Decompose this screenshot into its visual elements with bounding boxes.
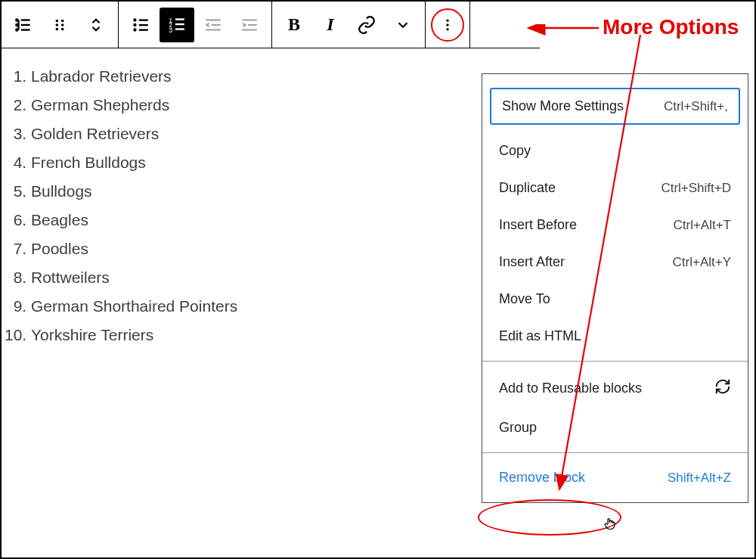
toolbar-group-more [426,2,470,48]
svg-point-10 [61,23,64,26]
menu-item-label: Copy [499,143,531,159]
svg-point-32 [446,23,448,26]
link-button[interactable] [349,8,384,42]
menu-item-group[interactable]: Group [482,409,748,446]
svg-rect-18 [139,29,148,30]
svg-rect-14 [139,19,148,20]
block-toolbar: 1 2 3 B I [2,2,540,48]
list-item[interactable]: French Bulldogs [31,148,237,177]
list-item[interactable]: Labrador Retrievers [31,62,237,91]
toolbar-group-format: B I [272,2,426,48]
move-up-down-icon[interactable] [79,8,113,42]
svg-point-12 [61,27,64,30]
svg-point-5 [16,29,17,30]
menu-item-remove-block[interactable]: Remove blockShift+Alt+Z [482,459,748,496]
menu-item-label: Insert Before [499,217,577,233]
menu-item-insert-before[interactable]: Insert BeforeCtrl+Alt+T [482,207,748,244]
svg-point-9 [56,23,59,26]
menu-item-label: Duplicate [499,180,556,196]
toolbar-group-list-style: 1 2 3 [119,2,272,48]
svg-text:3: 3 [169,26,172,33]
toolbar-group-block [2,2,119,48]
menu-item-shortcut: Ctrl+Alt+Y [673,255,731,270]
menu-item-label: Add to Reusable blocks [499,380,642,396]
svg-point-33 [446,28,448,30]
bold-button[interactable]: B [277,8,311,42]
menu-item-label: Edit as HTML [499,328,581,344]
menu-item-label: Remove block [499,470,585,486]
list-item[interactable]: Poodles [31,234,237,263]
outdent-button[interactable] [196,8,231,42]
list-item[interactable]: Bulldogs [31,177,237,206]
menu-item-edit-as-html[interactable]: Edit as HTML [482,318,748,355]
list-item[interactable]: Yorkshire Terriers [31,321,237,349]
svg-point-15 [133,23,136,26]
svg-point-3 [16,19,17,20]
cursor-pointer-icon [603,516,617,534]
svg-point-7 [56,19,59,22]
menu-item-label: Group [499,420,537,436]
menu-item-shortcut: Ctrl+Alt+T [673,218,731,233]
svg-point-13 [133,18,136,21]
svg-rect-22 [175,23,184,24]
menu-item-move-to[interactable]: Move To [482,281,748,318]
svg-point-31 [446,19,448,21]
list-item[interactable]: German Shorthaired Pointers [31,292,237,321]
refresh-icon [714,378,731,399]
menu-item-insert-after[interactable]: Insert AfterCtrl+Alt+Y [482,244,748,281]
svg-rect-24 [175,28,184,30]
svg-rect-20 [175,18,184,20]
more-format-dropdown[interactable] [386,8,420,42]
svg-point-8 [61,19,64,22]
list-item[interactable]: Golden Retrievers [31,120,237,148]
unordered-list-button[interactable] [123,8,158,42]
italic-button[interactable]: I [313,8,348,42]
menu-item-add-to-reusable-blocks[interactable]: Add to Reusable blocks [482,368,748,409]
more-options-button[interactable] [430,8,465,42]
list-item[interactable]: German Shepherds [31,91,237,120]
list-item[interactable]: Beagles [31,206,237,234]
list-block-icon[interactable] [6,8,41,42]
menu-item-label: Show More Settings [502,98,624,114]
svg-point-4 [16,23,17,25]
menu-item-shortcut: Shift+Alt+Z [668,470,731,486]
ordered-list-content[interactable]: Labrador RetrieversGerman ShepherdsGolde… [12,62,237,349]
svg-point-11 [56,27,59,30]
annotation-more-options-label: More Options [603,15,739,39]
list-item[interactable]: Rottweilers [31,263,237,292]
menu-item-duplicate[interactable]: DuplicateCtrl+Shift+D [482,169,748,207]
menu-item-label: Insert After [499,254,565,270]
ordered-list-button[interactable]: 1 2 3 [160,8,194,42]
menu-item-shortcut: Ctrl+Shift+, [664,99,728,114]
svg-point-17 [133,28,136,31]
menu-item-copy[interactable]: Copy [482,132,748,169]
annotation-remove-block-circle [478,499,621,536]
indent-button[interactable] [232,8,267,42]
menu-item-shortcut: Ctrl+Shift+D [661,181,731,196]
menu-item-label: Move To [499,291,550,307]
svg-rect-16 [139,23,148,25]
menu-item-show-more-settings[interactable]: Show More SettingsCtrl+Shift+, [490,88,740,125]
drag-handle-icon[interactable] [42,8,77,42]
more-options-menu: Show More SettingsCtrl+Shift+,CopyDuplic… [482,73,748,503]
